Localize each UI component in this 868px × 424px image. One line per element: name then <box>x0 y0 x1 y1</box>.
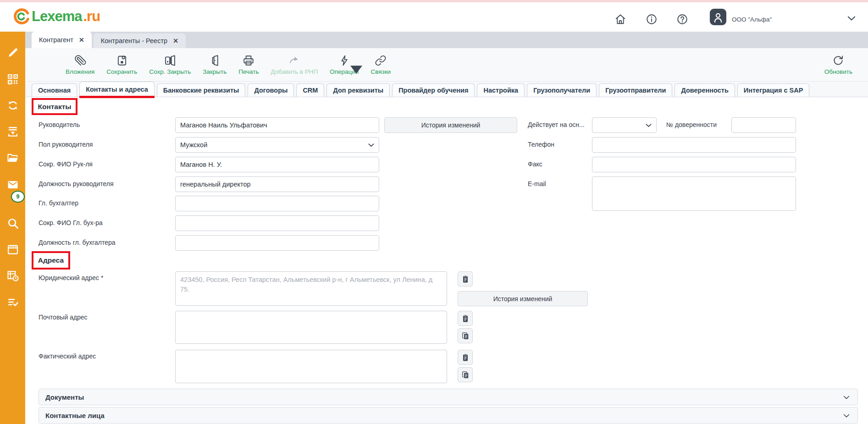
tab-provayder-obucheniya[interactable]: Провайдер обучения <box>392 83 475 97</box>
sidebar: 9 <box>0 32 25 424</box>
window-tab-kontragenty-reestr[interactable]: Контрагенты - Реестр ✕ <box>94 33 186 48</box>
tab-kontakty-i-adresa[interactable]: Контакты и адреса <box>79 82 155 97</box>
toolbar-label: Добавить в РНП <box>271 68 318 75</box>
tab-bankovskie-rekvizity[interactable]: Банковские реквизиты <box>157 83 246 97</box>
tab-gruzootpraviteli[interactable]: Грузоотправители <box>599 83 672 97</box>
calendar-icon[interactable] <box>6 243 19 256</box>
tab-nastroyka[interactable]: Настройка <box>477 83 525 97</box>
field-label-telefon: Телефон <box>528 141 554 148</box>
section-title: Контакты <box>38 103 71 111</box>
operations-button[interactable]: Операции <box>330 55 359 75</box>
unload-icon[interactable] <box>6 125 19 138</box>
dolzhnost-rukovoditelya-input[interactable]: генеральный директор <box>175 176 379 192</box>
save-button[interactable]: Сохранить <box>106 55 137 75</box>
tab-dop-rekvizity[interactable]: Доп реквизиты <box>326 83 390 97</box>
telefon-input[interactable] <box>592 137 796 153</box>
add-to-rnp-button[interactable]: Добавить в РНП <box>271 55 318 75</box>
pencil-icon[interactable] <box>6 46 19 59</box>
gl-buhgalter-input[interactable] <box>175 196 379 211</box>
field-label-yuridicheskiy-adres: Юридический адрес * <box>39 274 103 281</box>
tab-dogovory[interactable]: Договоры <box>248 83 294 97</box>
field-label-sokr-fio-gl-buh: Сокр. ФИО Гл. бух-ра <box>39 219 103 226</box>
duplicate-actual-address-button[interactable] <box>458 367 473 382</box>
report-clock-icon[interactable] <box>6 269 19 282</box>
tab-label: Контакты и адреса <box>86 86 148 93</box>
tab-label: Доверенность <box>681 87 728 94</box>
rukovoditel-input[interactable]: Маганов Наиль Ульфатович <box>175 117 379 133</box>
nomer-doverennosti-input[interactable] <box>731 117 796 133</box>
door-icon <box>209 55 221 66</box>
tab-gruzopoluchateli[interactable]: Грузополучатели <box>527 83 597 97</box>
refresh-button[interactable]: Обновить <box>824 55 852 75</box>
checklist-icon[interactable] <box>6 296 19 308</box>
tab-crm[interactable]: CRM <box>296 83 324 97</box>
home-icon[interactable] <box>614 13 626 25</box>
printer-icon <box>243 55 254 66</box>
close-tab-icon[interactable]: ✕ <box>173 37 178 44</box>
redo-icon <box>288 55 300 66</box>
link-icon <box>375 55 387 66</box>
copy-legal-address-button[interactable] <box>458 271 473 286</box>
tab-label: Грузополучатели <box>533 87 590 94</box>
tab-label: Интеграция с SAP <box>744 87 803 94</box>
attachments-button[interactable]: Вложения <box>66 55 94 75</box>
links-button[interactable]: Связки <box>370 55 391 75</box>
accordion-kontaktnye-litsa[interactable]: Контактные лица <box>39 407 858 424</box>
close-tab-icon[interactable]: ✕ <box>79 36 84 44</box>
history-changes-button[interactable]: История изменений <box>384 117 517 133</box>
field-label-dolzhnost-rukovoditelya: Должность руководителя <box>39 180 114 187</box>
paperclip-icon <box>74 55 86 66</box>
clipboard-icon <box>461 353 470 362</box>
copy-actual-address-button[interactable] <box>458 350 473 365</box>
tab-label: Банковские реквизиты <box>163 87 239 94</box>
qr-code-icon[interactable] <box>6 73 19 86</box>
field-label-rukovoditel: Руководитель <box>39 121 80 128</box>
duplicate-postal-address-button[interactable] <box>458 328 473 343</box>
mail-icon[interactable] <box>6 178 19 191</box>
sokr-fio-ruk-input[interactable]: Маганов Н. У. <box>175 157 379 172</box>
addresses-section-title-annotation: Адреса <box>32 251 70 270</box>
tab-osnovnaya[interactable]: Основная <box>32 83 77 97</box>
tab-doverennost[interactable]: Доверенность <box>674 83 735 97</box>
pol-rukovoditelya-select[interactable]: Мужской <box>175 137 379 153</box>
print-button[interactable]: Печать <box>238 55 259 75</box>
logo-text: Lexema <box>32 8 82 25</box>
logo[interactable]: Lexema.ru <box>14 8 100 25</box>
address-history-changes-button[interactable]: История изменений <box>458 291 588 306</box>
email-textarea[interactable] <box>592 176 796 211</box>
help-icon[interactable] <box>676 13 688 25</box>
input-value: Маганов Наиль Ульфатович <box>180 121 267 129</box>
lightning-icon <box>338 55 350 66</box>
user-avatar[interactable] <box>710 9 726 25</box>
deystvuet-na-osn-select[interactable] <box>592 117 657 133</box>
window-tab-kontragent[interactable]: Контрагент ✕ <box>32 32 92 48</box>
field-label-sokr-fio-ruk: Сокр. ФИО Рук-ля <box>39 160 93 168</box>
section-title: Адреса <box>38 256 64 264</box>
tab-label: CRM <box>303 87 318 94</box>
faks-input[interactable] <box>592 157 796 172</box>
accordion-dokumenty[interactable]: Документы <box>39 389 858 405</box>
close-button[interactable]: Закрыть <box>203 55 227 75</box>
field-label-fakticheskiy-adres: Фактический адрес <box>39 352 96 360</box>
active-tab-underline-annotation <box>79 96 155 98</box>
sync-icon[interactable] <box>6 99 19 112</box>
dolzhnost-gl-buhgaltera-input[interactable] <box>175 235 379 251</box>
toolbar-label: Печать <box>238 68 259 75</box>
tab-integratsiya-s-sap[interactable]: Интеграция с SAP <box>737 83 810 97</box>
textarea-value: 423450, Россия, Респ Татарстан, Альметье… <box>180 276 432 293</box>
yuridicheskiy-adres-textarea[interactable]: 423450, Россия, Респ Татарстан, Альметье… <box>175 271 447 306</box>
fakticheskiy-adres-textarea[interactable] <box>175 350 447 383</box>
copy-postal-address-button[interactable] <box>458 311 473 326</box>
save-close-button[interactable]: Сохр. Закрыть <box>149 55 191 75</box>
chevron-down-icon <box>842 411 851 420</box>
chevron-down-icon[interactable] <box>846 12 857 24</box>
search-icon[interactable] <box>6 217 19 230</box>
sokr-fio-gl-buh-input[interactable] <box>175 215 379 231</box>
mail-badge: 9 <box>11 191 25 203</box>
folder-icon[interactable] <box>6 152 19 165</box>
logo-suffix: .ru <box>83 8 100 25</box>
pochtovyy-adres-textarea[interactable] <box>175 311 447 344</box>
info-icon[interactable] <box>646 13 658 25</box>
button-label: История изменений <box>421 121 481 129</box>
field-label-nomer-doverennosti: № доверенности <box>666 121 717 128</box>
